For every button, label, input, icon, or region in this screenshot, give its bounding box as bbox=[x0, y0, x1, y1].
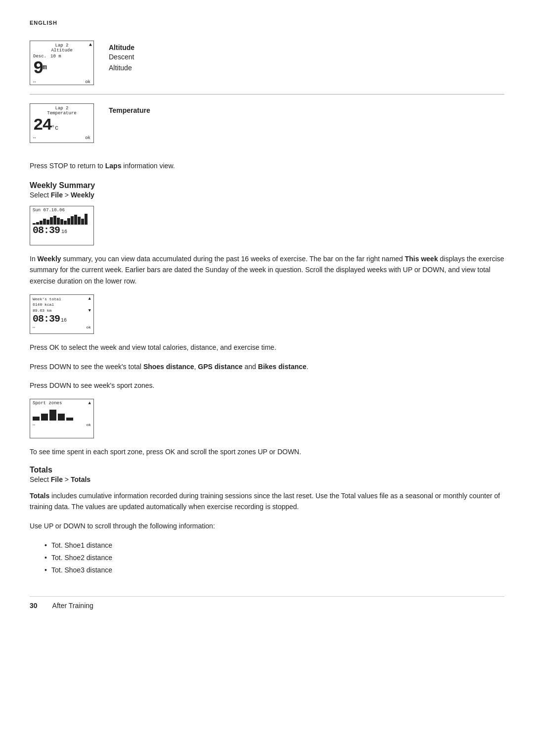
sport-zones-screen-container: Sport zones ▲ ↔ ok bbox=[30, 399, 504, 438]
weekly-file-bold: File bbox=[51, 191, 63, 199]
bar-8 bbox=[57, 218, 60, 225]
bar-15 bbox=[81, 219, 84, 225]
press-down-note-2: Press DOWN to see week's sport zones. bbox=[30, 380, 504, 391]
weekly-screen-2: Week's total 6140 kcal 89.63 km ▲ ▼ 08:3… bbox=[30, 294, 94, 334]
bullet-item-1: Tot. Shoe1 distance bbox=[44, 539, 504, 552]
altitude-label-bold: Altitude bbox=[109, 44, 134, 51]
sportzones-bottom: ↔ ok bbox=[33, 423, 91, 427]
totals-scroll-note: Use UP or DOWN to scroll through the fol… bbox=[30, 520, 504, 531]
altitude-screen: ▲ Lap 2 Altitude Desc. 10 m 9 m ↔ ok bbox=[30, 41, 94, 85]
sz-bar-4 bbox=[58, 414, 65, 421]
sportzones-bars bbox=[33, 408, 91, 421]
press-stop-note: Press STOP to return to Laps information… bbox=[30, 161, 504, 171]
weekly-screen-2-container: Week's total 6140 kcal 89.63 km ▲ ▼ 08:3… bbox=[30, 294, 504, 334]
footer-section-name: After Training bbox=[52, 602, 93, 610]
bar-7 bbox=[53, 216, 56, 225]
altitude-label-altitude: Altitude bbox=[109, 62, 134, 73]
bullet-item-3: Tot. Shoe3 distance bbox=[44, 564, 504, 576]
temp-unit: °c bbox=[51, 125, 58, 132]
bar-9 bbox=[60, 219, 63, 225]
temperature-screen: Lap 2 Temperature 24 °c ↔ ok bbox=[30, 103, 94, 143]
totals-subtitle: Select File > Totals bbox=[30, 475, 504, 483]
altitude-screen-lap: Lap 2 bbox=[33, 43, 90, 48]
bar-16 bbox=[85, 214, 88, 225]
page-footer: 30 After Training bbox=[30, 596, 504, 610]
sportzones-arrow: ▲ bbox=[89, 401, 91, 406]
desc-value: 10 m bbox=[50, 54, 61, 59]
weekly-weekly-bold: Weekly bbox=[71, 191, 94, 199]
week-total-label: Week's total bbox=[33, 296, 61, 302]
sz-bar-2 bbox=[41, 414, 48, 421]
bar-13 bbox=[74, 215, 77, 225]
weekly-summary-section: Weekly Summary Select File > Weekly Sun … bbox=[30, 181, 504, 458]
temp-screen-lap: Lap 2 bbox=[33, 106, 90, 111]
altitude-label-block: Altitude Descent Altitude bbox=[109, 41, 134, 74]
temp-scroll-arrow: ↔ bbox=[33, 136, 36, 141]
temp-big-number: 24 bbox=[33, 117, 51, 134]
press-ok-note: Press OK to select the week and view tot… bbox=[30, 342, 504, 353]
sport-zones-screen: Sport zones ▲ ↔ ok bbox=[30, 399, 94, 438]
page-language-header: ENGLISH bbox=[30, 20, 504, 26]
totals-title: Totals bbox=[30, 466, 504, 474]
altitude-scroll-arrow: ↔ bbox=[33, 80, 36, 85]
bar-6 bbox=[50, 217, 53, 225]
weekly-summary-subtitle: Select File > Weekly bbox=[30, 191, 504, 199]
weekly-time-small: 16 bbox=[61, 229, 67, 235]
weekly-date: Sun 07.10.06 bbox=[33, 208, 91, 213]
totals-bottom-icons: ↔ ok bbox=[33, 325, 91, 330]
totals-time-small: 16 bbox=[61, 318, 67, 323]
weekly-bars bbox=[33, 214, 91, 225]
temp-ok-label: ok bbox=[85, 136, 90, 141]
sportzones-header: Sport zones ▲ bbox=[33, 401, 91, 406]
sport-zone-note: To see time spent in each sport zone, pr… bbox=[30, 446, 504, 457]
altitude-screen-field: Altitude bbox=[33, 48, 90, 53]
altitude-label-descent: Descent bbox=[109, 51, 134, 62]
weekly-time-main: 08:39 bbox=[33, 226, 60, 236]
press-down-note-1: Press DOWN to see the week's total Shoes… bbox=[30, 361, 504, 372]
totals-time-main: 08:39 bbox=[33, 314, 60, 324]
altitude-big-number: 9 bbox=[33, 60, 43, 78]
page-number: 30 bbox=[30, 602, 38, 610]
weekly-summary-title: Weekly Summary bbox=[30, 181, 504, 190]
altitude-small-unit: m bbox=[43, 64, 46, 71]
weekly-totals-info: Week's total 6140 kcal 89.63 km bbox=[33, 296, 61, 313]
weekly-screen-1: Sun 07.10.06 08:39 bbox=[30, 206, 94, 245]
totals-section: Totals Select File > Totals Totals inclu… bbox=[30, 466, 504, 577]
bar-3 bbox=[40, 221, 43, 225]
bar-10 bbox=[64, 221, 67, 225]
temp-screen-field: Temperature bbox=[33, 111, 90, 116]
totals-body-text: Totals includes cumulative information r… bbox=[30, 490, 504, 513]
sz-bar-1 bbox=[33, 417, 40, 421]
sportzones-label: Sport zones bbox=[33, 401, 62, 406]
bar-5 bbox=[46, 220, 49, 225]
totals-down-arrow: ▼ bbox=[89, 308, 91, 313]
bullet-item-2: Tot. Shoe2 distance bbox=[44, 552, 504, 564]
altitude-ok-label: ok bbox=[85, 80, 90, 85]
bar-14 bbox=[78, 217, 81, 225]
weekly-screen-1-container: Sun 07.10.06 08:39 bbox=[30, 206, 504, 245]
week-km: 89.63 km bbox=[33, 308, 61, 313]
week-kcal: 6140 kcal bbox=[33, 302, 61, 307]
weekly-body-text: In Weekly summary, you can view data acc… bbox=[30, 253, 504, 286]
sz-bar-5 bbox=[66, 418, 73, 421]
totals-totals-bold: Totals bbox=[71, 475, 90, 483]
temperature-label-bold: Temperature bbox=[109, 106, 150, 114]
totals-bullet-list: Tot. Shoe1 distance Tot. Shoe2 distance … bbox=[44, 539, 504, 577]
bar-11 bbox=[67, 218, 70, 225]
totals-file-bold: File bbox=[51, 475, 63, 483]
bar-4 bbox=[43, 219, 46, 225]
totals-up-arrow: ▲ bbox=[89, 296, 91, 301]
temperature-label-block: Temperature bbox=[109, 103, 150, 114]
sz-bar-3 bbox=[49, 410, 56, 421]
bar-12 bbox=[71, 216, 74, 225]
